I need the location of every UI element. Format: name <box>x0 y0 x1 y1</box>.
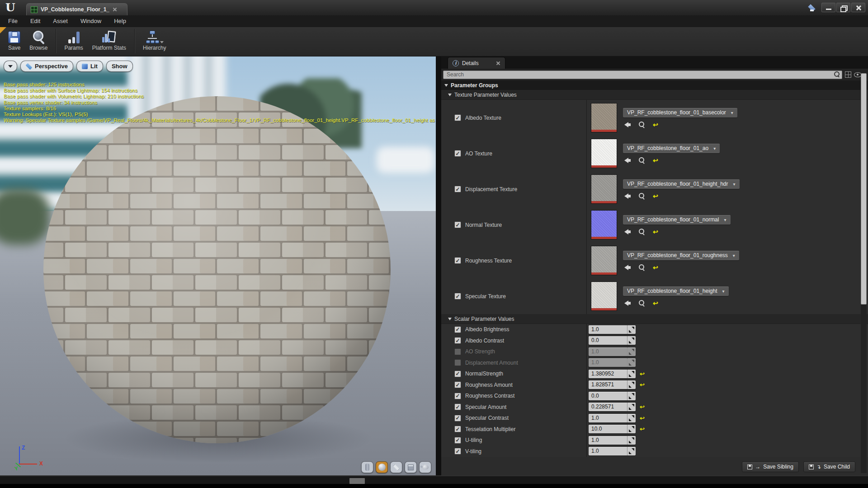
parameter-checkbox[interactable]: ✓ <box>454 293 461 300</box>
reset-to-default-icon[interactable]: ↩ <box>640 426 645 432</box>
parameter-groups-header[interactable]: Parameter Groups <box>441 80 868 90</box>
scalar-value[interactable]: 1.828571 <box>589 380 627 389</box>
parameter-checkbox[interactable]: ✓ <box>454 415 461 422</box>
asset-document-tab[interactable]: VP_Cobblestone_Floor_1_ <box>26 3 127 15</box>
spinbox-drag-handle[interactable] <box>627 447 636 455</box>
parameter-checkbox[interactable]: ✓ <box>454 426 461 432</box>
params-button[interactable]: Params <box>60 27 87 51</box>
spinbox-drag-handle[interactable] <box>627 425 636 433</box>
panel-splitter[interactable] <box>436 56 441 475</box>
reset-to-default-icon[interactable]: ↩ <box>640 404 645 410</box>
scalar-value[interactable]: 0.228571 <box>589 403 627 411</box>
save-button[interactable]: Save <box>4 27 25 51</box>
tutorial-icon[interactable] <box>807 4 817 11</box>
reset-to-default-icon[interactable]: ↩ <box>653 264 658 271</box>
menu-help[interactable]: Help <box>108 15 132 27</box>
use-selected-asset-icon[interactable] <box>624 265 631 270</box>
scalar-value[interactable]: 1.0 <box>589 414 627 422</box>
texture-asset-dropdown[interactable]: VP_RF_cobblestone_floor_01_height ▾ <box>623 286 729 296</box>
use-selected-asset-icon[interactable] <box>624 122 631 127</box>
parameter-checkbox[interactable]: ✓ <box>454 359 461 366</box>
spinbox-drag-handle[interactable] <box>627 403 636 411</box>
material-preview-viewport[interactable]: Perspective Lit Show Base pass shader: 1… <box>0 56 436 475</box>
texture-asset-dropdown[interactable]: VP_RF_cobblestone_floor_01_normal ▾ <box>623 215 731 225</box>
shape-cylinder-button[interactable] <box>361 461 373 473</box>
reset-to-default-icon[interactable]: ↩ <box>640 415 645 421</box>
texture-parameter-values-header[interactable]: Texture Parameter Values <box>441 90 868 100</box>
shape-cube-button[interactable] <box>405 461 417 473</box>
spinbox-drag-handle[interactable] <box>627 347 636 356</box>
texture-thumbnail[interactable] <box>591 139 617 168</box>
material-preview-sphere[interactable] <box>42 95 392 444</box>
spinbox-drag-handle[interactable] <box>627 336 636 345</box>
scalar-value[interactable]: 0.0 <box>589 336 627 345</box>
scalar-value-spinbox[interactable]: 1.0 <box>589 447 636 455</box>
texture-thumbnail[interactable] <box>591 246 617 275</box>
reset-to-default-icon[interactable]: ↩ <box>653 300 658 306</box>
scalar-value[interactable]: 1.0 <box>589 358 627 367</box>
parameter-checkbox[interactable]: ✓ <box>454 114 461 121</box>
parameter-checkbox[interactable]: ✓ <box>454 437 461 444</box>
parameter-checkbox[interactable]: ✓ <box>454 348 461 355</box>
spinbox-drag-handle[interactable] <box>627 380 636 389</box>
platform-stats-button[interactable]: Platform Stats <box>88 27 131 51</box>
horizontal-scrollbar-thumb[interactable] <box>349 478 365 484</box>
parameter-checkbox[interactable]: ✓ <box>454 393 461 399</box>
reset-to-default-icon[interactable]: ↩ <box>653 193 658 199</box>
use-selected-asset-icon[interactable] <box>624 158 631 163</box>
use-selected-asset-icon[interactable] <box>624 300 631 306</box>
menu-window[interactable]: Window <box>74 15 108 27</box>
reset-to-default-icon[interactable]: ↩ <box>653 157 658 164</box>
parameter-checkbox[interactable]: ✓ <box>454 371 461 377</box>
shape-sphere-button[interactable] <box>376 461 388 473</box>
scalar-value-spinbox[interactable]: 10.0 <box>589 425 636 433</box>
parameter-checkbox[interactable]: ✓ <box>454 381 461 388</box>
browse-to-asset-icon[interactable] <box>639 264 645 271</box>
texture-thumbnail[interactable] <box>591 282 617 310</box>
scalar-value[interactable]: 1.0 <box>589 325 627 334</box>
restore-button[interactable] <box>836 3 850 12</box>
property-matrix-icon[interactable] <box>845 71 851 78</box>
scalar-value-spinbox[interactable]: 1.380952 <box>589 370 636 378</box>
lit-button[interactable]: Lit <box>76 61 103 72</box>
spinbox-drag-handle[interactable] <box>627 436 636 445</box>
spinbox-drag-handle[interactable] <box>627 325 636 334</box>
tab-close-icon[interactable] <box>113 7 117 12</box>
search-input[interactable] <box>443 70 842 79</box>
texture-asset-dropdown[interactable]: VP_RF_cobblestone_floor_01_height_hdr ▾ <box>623 179 740 189</box>
parameter-checkbox[interactable]: ✓ <box>454 448 461 455</box>
shape-teapot-button[interactable] <box>419 461 431 473</box>
reset-to-default-icon[interactable]: ↩ <box>653 122 658 128</box>
texture-asset-dropdown[interactable]: VP_RF_cobblestone_floor_01_basecolor ▾ <box>623 108 737 117</box>
texture-thumbnail[interactable] <box>591 211 617 239</box>
details-tab[interactable]: i Details <box>448 57 505 69</box>
parameter-checkbox[interactable]: ✓ <box>454 404 461 410</box>
texture-asset-dropdown[interactable]: VP_RF_cobblestone_floor_01_roughness ▾ <box>623 251 739 260</box>
browse-to-asset-icon[interactable] <box>639 193 645 199</box>
chevron-down-icon[interactable] <box>160 41 164 43</box>
scalar-value[interactable]: 1.0 <box>589 347 627 356</box>
parameter-checkbox[interactable]: ✓ <box>454 337 461 344</box>
menu-file[interactable]: File <box>2 15 24 27</box>
reset-to-default-icon[interactable]: ↩ <box>640 382 645 388</box>
parameter-checkbox[interactable]: ✓ <box>454 221 461 228</box>
scalar-parameter-values-header[interactable]: Scalar Parameter Values <box>441 314 868 324</box>
parameter-checkbox[interactable]: ✓ <box>454 326 461 333</box>
texture-asset-dropdown[interactable]: VP_RF_cobblestone_floor_01_ao ▾ <box>623 144 720 153</box>
spinbox-drag-handle[interactable] <box>627 414 636 422</box>
browse-to-asset-icon[interactable] <box>639 229 645 235</box>
perspective-button[interactable]: Perspective <box>20 61 73 72</box>
parameter-checkbox[interactable]: ✓ <box>454 186 461 192</box>
browse-button[interactable]: Browse <box>25 27 52 51</box>
scalar-value[interactable]: 10.0 <box>589 425 627 433</box>
texture-thumbnail[interactable] <box>591 103 617 132</box>
details-tab-close-icon[interactable] <box>496 61 500 66</box>
minimize-button[interactable] <box>821 3 835 12</box>
spinbox-drag-handle[interactable] <box>627 392 636 400</box>
spinbox-drag-handle[interactable] <box>627 370 636 378</box>
browse-to-asset-icon[interactable] <box>639 300 645 306</box>
scalar-value-spinbox[interactable]: 1.0 <box>589 436 636 445</box>
scalar-value-spinbox[interactable]: 0.0 <box>589 392 636 400</box>
scalar-value[interactable]: 1.0 <box>589 447 627 455</box>
viewport-options-dropdown[interactable] <box>4 61 17 72</box>
